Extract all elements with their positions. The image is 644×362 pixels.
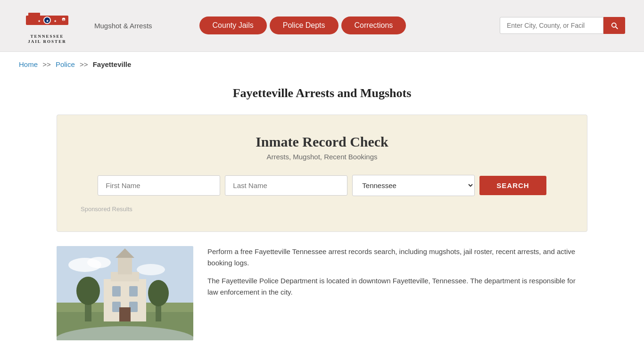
nav-buttons: County Jails Police Depts Corrections	[199, 16, 406, 34]
svg-rect-17	[118, 255, 132, 274]
logo-icon: ★ ★ ★ ✿	[21, 7, 73, 33]
first-name-input[interactable]	[98, 175, 220, 196]
logo-text: TENNESSEE JAIL ROSTER	[28, 34, 66, 44]
header-search-button[interactable]	[603, 17, 625, 34]
content-paragraph-1: Perform a free Fayetteville Tennessee ar…	[207, 246, 587, 269]
header-search-input[interactable]	[500, 17, 603, 34]
corrections-button[interactable]: Corrections	[341, 16, 406, 34]
state-select[interactable]: Tennessee Alabama Alaska Arizona Arkansa…	[352, 175, 475, 196]
content-paragraph-2: The Fayetteville Police Department is lo…	[207, 275, 587, 298]
search-icon	[610, 21, 619, 30]
header-search	[500, 17, 625, 34]
breadcrumb: Home >> Police >> Fayetteville	[0, 52, 644, 77]
breadcrumb-police[interactable]: Police	[56, 60, 75, 68]
breadcrumb-sep2: >>	[80, 60, 88, 68]
svg-rect-1	[28, 13, 40, 16]
svg-rect-23	[119, 307, 131, 321]
breadcrumb-home[interactable]: Home	[19, 60, 38, 68]
record-check-title: Inmate Record Check	[81, 134, 563, 150]
svg-text:✿: ✿	[63, 19, 65, 21]
breadcrumb-sep1: >>	[42, 60, 51, 68]
record-check-subtitle: Arrests, Mugshot, Recent Bookings	[81, 153, 563, 161]
site-header: ★ ★ ★ ✿ TENNESSEE JAIL ROSTER Mugshot & …	[0, 0, 644, 52]
content-section: Perform a free Fayetteville Tennessee ar…	[57, 246, 587, 340]
svg-text:★: ★	[38, 19, 41, 23]
inmate-search-button[interactable]: SEARCH	[479, 176, 546, 195]
inmate-search-form: Tennessee Alabama Alaska Arizona Arkansa…	[81, 175, 563, 196]
mugshot-arrests-link[interactable]: Mugshot & Arrests	[94, 22, 152, 30]
svg-text:★: ★	[54, 19, 57, 23]
svg-rect-19	[112, 286, 121, 296]
county-jails-button[interactable]: County Jails	[199, 16, 267, 34]
svg-point-25	[76, 277, 100, 305]
svg-rect-20	[129, 286, 138, 296]
svg-text:★: ★	[46, 19, 49, 23]
logo[interactable]: ★ ★ ★ ✿ TENNESSEE JAIL ROSTER	[19, 7, 75, 44]
page-title: Fayetteville Arrests and Mugshots	[19, 86, 625, 100]
svg-point-12	[137, 264, 165, 275]
fayetteville-image	[57, 246, 193, 340]
page-title-section: Fayetteville Arrests and Mugshots	[0, 77, 644, 115]
content-text: Perform a free Fayetteville Tennessee ar…	[207, 246, 587, 340]
svg-point-11	[87, 257, 111, 268]
svg-point-27	[148, 280, 169, 306]
breadcrumb-current: Fayetteville	[93, 60, 132, 68]
police-depts-button[interactable]: Police Depts	[270, 16, 339, 34]
sponsored-label: Sponsored Results	[81, 206, 563, 213]
record-check-box: Inmate Record Check Arrests, Mugshot, Re…	[57, 115, 587, 232]
building-image-svg	[57, 246, 193, 340]
last-name-input[interactable]	[225, 175, 347, 196]
